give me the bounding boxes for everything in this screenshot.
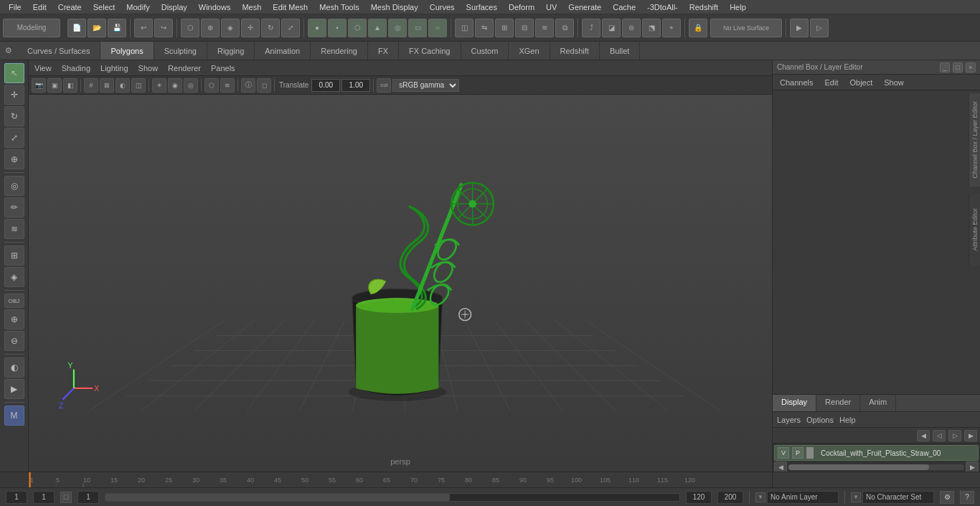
layer-next2-btn[interactable]: ▶ bbox=[964, 430, 977, 441]
vp-tool-cam[interactable]: 📷 bbox=[32, 78, 46, 93]
menu-file[interactable]: File bbox=[3, 1, 27, 13]
layer-nav-help[interactable]: Help bbox=[839, 416, 856, 424]
layer-tab-anim[interactable]: Anim bbox=[860, 395, 896, 411]
channel-box-tab[interactable]: Channel Box / Layer Editor bbox=[969, 93, 980, 187]
vp-tool-smooth[interactable]: ≋ bbox=[220, 78, 235, 93]
layer-color-swatch[interactable] bbox=[806, 447, 814, 459]
scale-tool[interactable]: ⤢ bbox=[4, 128, 24, 148]
vp-tool-wire[interactable]: ⊠ bbox=[100, 78, 114, 93]
vp-tool-hud[interactable]: ⓘ bbox=[241, 78, 255, 93]
vp-tool-texture[interactable]: ◫ bbox=[131, 78, 146, 93]
layer-tab-display[interactable]: Display bbox=[773, 395, 816, 411]
fill-icon[interactable]: ⬔ bbox=[642, 19, 661, 37]
layer-tab-render[interactable]: Render bbox=[816, 395, 860, 411]
frame-input-3[interactable] bbox=[77, 491, 99, 504]
universal-tool[interactable]: ⊕ bbox=[4, 149, 24, 169]
attr-editor-tab[interactable]: Attribute Editor bbox=[969, 194, 980, 266]
cb-nav-channels[interactable]: Channels bbox=[777, 77, 816, 88]
tab-rendering[interactable]: Rendering bbox=[311, 42, 368, 60]
layer-row[interactable]: V P Cocktail_with_Fruit_Plastic_Straw_00 bbox=[774, 445, 979, 461]
undo-icon[interactable]: ↩ bbox=[134, 19, 153, 37]
tab-sculpting[interactable]: Sculpting bbox=[154, 42, 207, 60]
tab-xgen[interactable]: XGen bbox=[509, 42, 550, 60]
cylinder-icon[interactable]: ⬡ bbox=[348, 19, 367, 37]
torus-icon[interactable]: ◎ bbox=[388, 19, 407, 37]
frame-check[interactable]: ☐ bbox=[60, 492, 72, 503]
status-settings-icon[interactable]: ⚙ bbox=[940, 491, 954, 504]
menu-deform[interactable]: Deform bbox=[503, 1, 540, 13]
tab-bullet[interactable]: Bullet bbox=[600, 42, 641, 60]
vp-tool-face[interactable]: ◧ bbox=[63, 78, 77, 93]
char-set-dropdown-arrow[interactable]: ▼ bbox=[851, 492, 861, 502]
menu-3dtoll[interactable]: -3DtoAll- bbox=[641, 1, 684, 13]
current-frame-input[interactable] bbox=[33, 491, 55, 504]
menu-edit-mesh[interactable]: Edit Mesh bbox=[267, 1, 314, 13]
new-file-icon[interactable]: 📄 bbox=[67, 19, 86, 37]
vp-menu-show[interactable]: Show bbox=[136, 64, 161, 72]
vp-tool-obj[interactable]: ▣ bbox=[47, 78, 62, 93]
layer-playback-btn[interactable]: P bbox=[792, 447, 804, 459]
sculpt-tool[interactable]: ≋ bbox=[4, 219, 24, 239]
plane-icon[interactable]: ▭ bbox=[408, 19, 427, 37]
end-frame-input[interactable] bbox=[686, 491, 712, 504]
smooth-icon[interactable]: ≋ bbox=[535, 19, 554, 37]
redo-icon[interactable]: ↪ bbox=[154, 19, 173, 37]
menu-mesh[interactable]: Mesh bbox=[236, 1, 267, 13]
vp-tool-light[interactable]: ☀ bbox=[152, 78, 166, 93]
anim-layer-dropdown-arrow[interactable]: ▼ bbox=[755, 492, 765, 502]
char-set-field[interactable]: No Character Set bbox=[862, 491, 934, 504]
show-hide-tool[interactable]: ◐ bbox=[4, 357, 24, 378]
crease-tool[interactable]: ◈ bbox=[4, 267, 24, 287]
viewport-inner[interactable]: View Shading Lighting Show Renderer Pane… bbox=[29, 60, 772, 472]
cb-expand-btn[interactable]: □ bbox=[953, 62, 963, 72]
tab-fx[interactable]: FX bbox=[368, 42, 399, 60]
menu-modify[interactable]: Modify bbox=[121, 1, 155, 13]
add-tool[interactable]: ⊕ bbox=[4, 309, 24, 329]
vp-tool-shadow[interactable]: ◉ bbox=[168, 78, 182, 93]
menu-curves[interactable]: Curves bbox=[424, 1, 461, 13]
tab-polygons[interactable]: Polygons bbox=[100, 42, 154, 60]
menu-generate[interactable]: Generate bbox=[562, 1, 607, 13]
menu-select[interactable]: Select bbox=[88, 1, 121, 13]
menu-surfaces[interactable]: Surfaces bbox=[461, 1, 503, 13]
layer-nav-options[interactable]: Options bbox=[806, 416, 834, 424]
vp-menu-lighting[interactable]: Lighting bbox=[98, 64, 131, 72]
open-file-icon[interactable]: 📂 bbox=[88, 19, 106, 37]
layer-visibility-btn[interactable]: V bbox=[778, 447, 789, 459]
menu-edit[interactable]: Edit bbox=[27, 1, 52, 13]
menu-mesh-display[interactable]: Mesh Display bbox=[365, 1, 424, 13]
anim-layer-field[interactable]: No Anim Layer bbox=[767, 491, 839, 504]
cb-close-btn[interactable]: × bbox=[966, 62, 976, 72]
menu-display[interactable]: Display bbox=[156, 1, 193, 13]
select-tool[interactable]: ↖ bbox=[4, 63, 24, 83]
status-help-icon[interactable]: ? bbox=[960, 491, 974, 504]
timeline-ruler[interactable]: 1 5 10 15 20 25 30 35 40 45 50 55 60 65 … bbox=[29, 472, 772, 487]
vp-tool-ao[interactable]: ◎ bbox=[184, 78, 198, 93]
tab-redshift[interactable]: Redshift bbox=[550, 42, 600, 60]
tab-animation[interactable]: Animation bbox=[255, 42, 311, 60]
render-preview-tool[interactable]: ▶ bbox=[4, 379, 24, 399]
tab-custom[interactable]: Custom bbox=[461, 42, 509, 60]
remesh-icon[interactable]: ⧉ bbox=[555, 19, 574, 37]
menu-help[interactable]: Help bbox=[724, 1, 752, 13]
vp-tool-colorspace[interactable]: col bbox=[377, 78, 391, 93]
paint-tool[interactable]: ✏ bbox=[4, 197, 24, 217]
cb-minimize-btn[interactable]: _ bbox=[940, 62, 950, 72]
move-tool[interactable]: ✛ bbox=[4, 85, 24, 105]
tab-curves-surfaces[interactable]: Curves / Surfaces bbox=[17, 42, 100, 60]
timeline-range[interactable] bbox=[105, 493, 680, 502]
vp-menu-renderer[interactable]: Renderer bbox=[165, 64, 204, 72]
move-icon[interactable]: ✛ bbox=[241, 19, 260, 37]
bevel-icon[interactable]: ◪ bbox=[602, 19, 621, 37]
menu-windows[interactable]: Windows bbox=[193, 1, 237, 13]
target-weld-icon[interactable]: ⌖ bbox=[662, 19, 681, 37]
snap-tool[interactable]: ⊞ bbox=[4, 245, 24, 266]
paint-select-icon[interactable]: ◈ bbox=[221, 19, 240, 37]
separate-icon[interactable]: ⊟ bbox=[515, 19, 534, 37]
disc-icon[interactable]: ○ bbox=[428, 19, 447, 37]
menu-redshift[interactable]: Redshift bbox=[684, 1, 724, 13]
max-frame-input[interactable] bbox=[717, 491, 743, 504]
vp-menu-view[interactable]: View bbox=[32, 64, 55, 72]
translate-y-input[interactable] bbox=[341, 79, 370, 92]
magnet-icon[interactable]: 🔒 bbox=[689, 19, 707, 37]
